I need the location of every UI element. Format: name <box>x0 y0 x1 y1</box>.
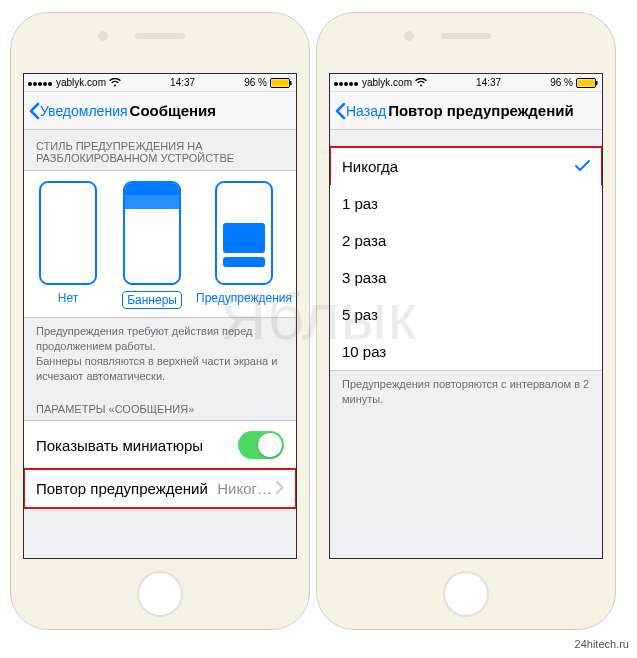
option-2[interactable]: 2 раза <box>330 222 602 260</box>
alert-style-picker: Нет Баннеры Предупреждения <box>24 170 296 318</box>
style-alerts[interactable]: Предупреждения <box>196 181 292 309</box>
nav-bar: Уведомления Сообщения <box>24 92 296 130</box>
clock-text: 14:37 <box>170 77 195 88</box>
battery-icon <box>270 78 292 88</box>
repeat-alerts-label: Повтор предупреждений <box>36 480 217 497</box>
wifi-icon <box>415 78 427 87</box>
params-header: ПАРАМЕТРЫ «СООБЩЕНИЯ» <box>24 393 296 421</box>
screen-right: yablyk.com 14:37 96 % <box>329 73 603 559</box>
option-1[interactable]: 1 раз <box>330 185 602 223</box>
alert-style-footer: Предупреждения требуют действия перед пр… <box>24 318 296 393</box>
style-banners[interactable]: Баннеры <box>112 181 192 309</box>
style-none[interactable]: Нет <box>28 181 108 309</box>
option-label: 2 раза <box>342 232 590 249</box>
battery-percent-text: 96 % <box>550 77 573 88</box>
clock-text: 14:37 <box>476 77 501 88</box>
style-alerts-thumb <box>215 181 273 285</box>
option-label: 5 раз <box>342 306 590 323</box>
page-title: Сообщения <box>130 102 216 119</box>
style-banners-label: Баннеры <box>122 291 182 309</box>
chevron-left-icon <box>28 102 40 120</box>
style-banners-thumb <box>123 181 181 285</box>
carrier-text: yablyk.com <box>362 77 412 88</box>
repeat-alerts-value: Никог… <box>217 480 272 497</box>
chevron-left-icon <box>334 102 346 120</box>
checkmark-icon <box>575 158 590 175</box>
option-label: 3 раза <box>342 269 590 286</box>
page-title: Повтор предупреждений <box>388 102 574 119</box>
phone-camera <box>404 31 414 41</box>
svg-rect-4 <box>578 79 595 86</box>
svg-rect-2 <box>290 81 292 85</box>
show-previews-row[interactable]: Показывать миниатюры <box>24 420 296 470</box>
show-previews-toggle[interactable] <box>238 431 284 459</box>
attribution-text: 24hitech.ru <box>575 638 629 650</box>
screen-left: yablyk.com 14:37 96 % <box>23 73 297 559</box>
option-never[interactable]: Никогда <box>330 147 602 186</box>
home-button[interactable] <box>443 571 489 617</box>
back-label: Назад <box>346 103 386 119</box>
alert-style-header: СТИЛЬ ПРЕДУПРЕЖДЕНИЯ НА РАЗБЛОКИРОВАННОМ… <box>24 130 296 170</box>
style-alerts-label: Предупреждения <box>196 291 292 305</box>
phone-camera <box>98 31 108 41</box>
show-previews-label: Показывать миниатюры <box>36 437 238 454</box>
back-label: Уведомления <box>40 103 128 119</box>
option-label: 1 раз <box>342 195 590 212</box>
phone-right: yablyk.com 14:37 96 % <box>316 12 616 630</box>
status-bar: yablyk.com 14:37 96 % <box>330 74 602 92</box>
signal-dots-icon <box>28 77 53 88</box>
carrier-text: yablyk.com <box>56 77 106 88</box>
home-button[interactable] <box>137 571 183 617</box>
back-button[interactable]: Уведомления <box>28 102 128 120</box>
svg-rect-5 <box>596 81 598 85</box>
chevron-right-icon <box>276 480 284 497</box>
option-3[interactable]: 3 раза <box>330 259 602 297</box>
option-5[interactable]: 5 раз <box>330 296 602 334</box>
style-none-thumb <box>39 181 97 285</box>
style-none-label: Нет <box>28 291 108 305</box>
wifi-icon <box>109 78 121 87</box>
battery-percent-text: 96 % <box>244 77 267 88</box>
option-10[interactable]: 10 раз <box>330 333 602 371</box>
nav-bar: Назад Повтор предупреждений <box>330 92 602 130</box>
battery-icon <box>576 78 598 88</box>
signal-dots-icon <box>334 77 359 88</box>
phone-left: yablyk.com 14:37 96 % <box>10 12 310 630</box>
back-button[interactable]: Назад <box>334 102 386 120</box>
repeat-alerts-row[interactable]: Повтор предупреждений Никог… <box>24 469 296 508</box>
option-label: 10 раз <box>342 343 590 360</box>
status-bar: yablyk.com 14:37 96 % <box>24 74 296 92</box>
repeat-footer: Предупреждения повторяются с интервалом … <box>330 371 602 417</box>
svg-rect-1 <box>272 79 289 86</box>
option-label: Никогда <box>342 158 575 175</box>
